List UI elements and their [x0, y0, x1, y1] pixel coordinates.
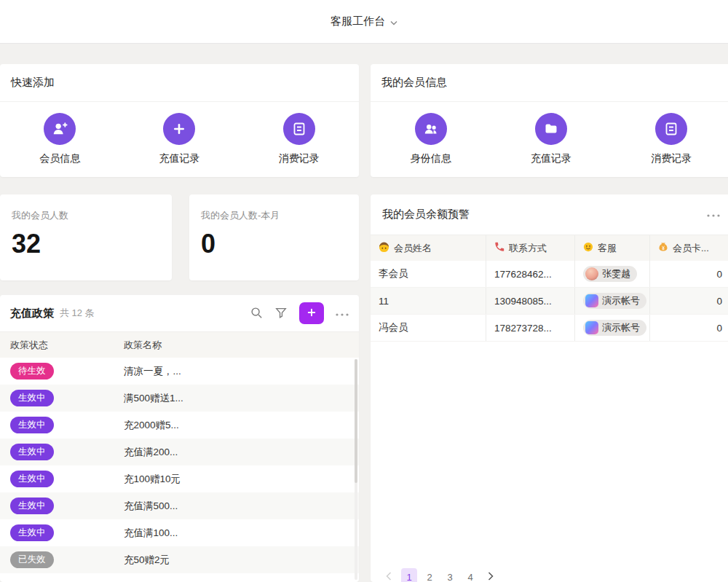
service-agent-name: 演示帐号: [602, 294, 640, 307]
chevron-down-icon: [390, 15, 397, 28]
phone-icon: [494, 242, 505, 254]
column-header-member-name: 会员姓名: [371, 235, 486, 261]
smiley-icon: [583, 242, 593, 254]
member-contact: 177628462...: [486, 261, 575, 287]
page-button-3[interactable]: 3: [442, 568, 458, 582]
balance-table-header: 会员姓名 联系方式 客服 会员卡...: [371, 235, 728, 261]
quick-item-label: 消费记录: [279, 152, 320, 165]
avatar: [585, 321, 598, 334]
more-icon: [707, 209, 720, 220]
balance-alert-card: 我的会员余额预警 会员姓名 联系方式: [371, 194, 728, 582]
table-row[interactable]: 冯会员 178273728... 演示帐号 0: [371, 315, 728, 342]
table-row[interactable]: 生效中 充2000赠5...: [0, 412, 359, 439]
card-balance: 0: [650, 288, 728, 314]
status-badge: 生效中: [10, 471, 54, 487]
folder-icon: [535, 113, 567, 145]
policy-table-header: 政策状态 政策名称: [0, 331, 359, 358]
filter-icon: [274, 306, 288, 321]
stat-value: 32: [12, 229, 160, 259]
table-row[interactable]: 生效中 充值满500...: [0, 492, 359, 519]
avatar: [585, 267, 598, 280]
policy-name: 充50赠2元: [114, 554, 359, 567]
policy-name: 满500赠送1...: [114, 392, 359, 405]
table-row[interactable]: 生效中 充100赠10元: [0, 465, 359, 492]
person-face-icon: [379, 242, 389, 255]
page-button-2[interactable]: 2: [422, 568, 438, 582]
my-member-info-card-title: 我的会员信息: [371, 64, 728, 102]
service-agent-name: 张雯越: [602, 267, 630, 280]
balance-alert-title: 我的会员余额预警: [382, 208, 470, 221]
table-row[interactable]: 生效中 充值满200...: [0, 439, 359, 465]
quick-add-items: 会员信息 充值记录 消费记录: [0, 102, 359, 165]
status-badge: 生效中: [10, 417, 54, 433]
page-button-4[interactable]: 4: [462, 568, 478, 582]
member-name: 冯会员: [371, 315, 486, 341]
receipt-icon: [655, 113, 687, 145]
table-row[interactable]: 待生效 清凉一夏，...: [0, 358, 359, 385]
recharge-policy-toolbar: [250, 302, 349, 324]
member-identity-info[interactable]: 身份信息: [411, 113, 451, 165]
status-badge: 已失效: [10, 551, 54, 568]
member-recharge-record[interactable]: 充值记录: [531, 113, 571, 165]
service-agent-tag: 张雯越: [583, 266, 637, 282]
quick-add-consume-record[interactable]: 消费记录: [279, 113, 320, 165]
balance-alert-header: 我的会员余额预警: [371, 194, 728, 235]
balance-table-body: 李会员 177628462... 张雯越 0 11 130948085... 演…: [371, 261, 728, 342]
service-agent-tag: 演示帐号: [583, 293, 646, 309]
status-badge: 生效中: [10, 390, 54, 406]
workspace-switcher[interactable]: 客服工作台: [331, 15, 397, 28]
quick-add-recharge-record[interactable]: 充值记录: [159, 113, 199, 165]
vertical-scrollbar[interactable]: [355, 359, 357, 580]
customer-service-workbench: 客服工作台 快速添加 会员信息 充值记录: [0, 0, 728, 582]
search-icon: [250, 306, 263, 321]
quick-item-label: 消费记录: [651, 152, 692, 165]
member-consume-record[interactable]: 消费记录: [651, 113, 692, 165]
stat-card-member-count: 我的会员人数 32: [0, 194, 172, 280]
table-row[interactable]: 11 130948085... 演示帐号 0: [371, 288, 728, 315]
table-row[interactable]: 李会员 177628462... 张雯越 0: [371, 261, 728, 288]
more-button[interactable]: [707, 209, 720, 220]
my-member-info-card: 我的会员信息 身份信息 充值记录 消费记录: [371, 64, 728, 177]
pagination: 1 2 3 4: [381, 568, 499, 582]
recharge-policy-card: 充值政策 共 12 条: [0, 295, 359, 582]
quick-add-member-info[interactable]: 会员信息: [39, 113, 80, 165]
page-title: 客服工作台: [331, 15, 385, 28]
quick-add-card-title: 快速添加: [0, 64, 359, 102]
prev-page-button[interactable]: [381, 568, 397, 582]
quick-add-card: 快速添加 会员信息 充值记录 消费记录: [0, 64, 359, 177]
chevron-right-icon: [488, 572, 494, 582]
filter-button[interactable]: [274, 306, 288, 321]
member-contact: 130948085...: [486, 288, 575, 314]
member-name: 11: [371, 288, 486, 314]
scrollbar-thumb[interactable]: [355, 359, 357, 483]
policy-name: 充2000赠5...: [114, 419, 359, 432]
add-record-button[interactable]: [299, 302, 324, 324]
recharge-policy-header: 充值政策 共 12 条: [0, 295, 359, 331]
policy-name: 充100赠10元: [114, 473, 359, 486]
service-agent-tag: 演示帐号: [583, 320, 646, 336]
more-button[interactable]: [336, 308, 349, 319]
table-row[interactable]: 生效中 充值满100...: [0, 519, 359, 546]
group-icon: [415, 113, 447, 145]
search-button[interactable]: [250, 306, 263, 321]
quick-item-label: 身份信息: [411, 152, 451, 165]
stat-card-member-count-month: 我的会员人数-本月 0: [189, 194, 359, 280]
quick-item-label: 充值记录: [159, 152, 199, 165]
policy-name: 充值满500...: [114, 500, 359, 513]
service-agent-name: 演示帐号: [602, 321, 640, 334]
card-balance: 0: [650, 315, 728, 341]
stat-label: 我的会员人数: [12, 209, 160, 222]
receipt-icon: [283, 113, 315, 145]
column-header-service: 客服: [575, 235, 650, 261]
column-header-card-balance: 会员卡...: [650, 235, 728, 261]
stat-value: 0: [201, 229, 347, 259]
column-header-name: 政策名称: [114, 339, 359, 352]
table-row[interactable]: 生效中 满500赠送1...: [0, 385, 359, 412]
next-page-button[interactable]: [483, 568, 499, 582]
table-row[interactable]: 已失效 充50赠2元: [0, 546, 359, 573]
plus-icon: [163, 113, 195, 145]
page-button-1[interactable]: 1: [401, 568, 417, 582]
quick-item-label: 会员信息: [39, 152, 80, 165]
status-badge: 待生效: [10, 363, 54, 380]
policy-name: 充值满200...: [114, 446, 359, 459]
